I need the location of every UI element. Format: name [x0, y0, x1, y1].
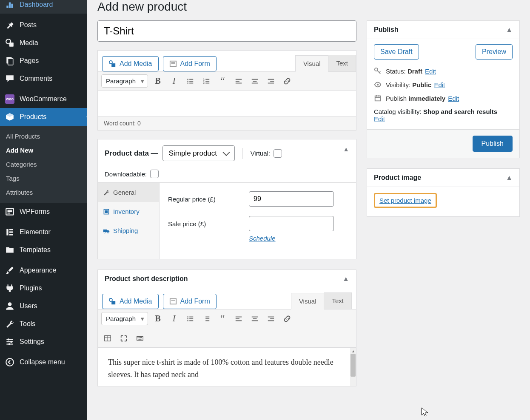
- align-right-button-2[interactable]: [265, 312, 277, 325]
- svg-point-81: [377, 84, 379, 86]
- svg-rect-47: [103, 229, 107, 232]
- italic-button-2[interactable]: I: [168, 312, 180, 325]
- svg-rect-39: [252, 79, 258, 79]
- svg-rect-35: [205, 82, 209, 83]
- sidebar-item-comments[interactable]: Comments: [0, 70, 87, 88]
- sidebar-item-appearance[interactable]: Appearance: [0, 261, 87, 279]
- set-product-image-link[interactable]: Set product image: [379, 197, 431, 204]
- sidebar-label: Templates: [20, 246, 51, 254]
- regular-price-label: Regular price (£): [168, 196, 249, 203]
- quote-button[interactable]: “: [216, 75, 229, 88]
- toggle-icon[interactable]: ▲: [506, 174, 513, 182]
- pd-tab-inventory[interactable]: Inventory: [98, 202, 159, 221]
- virtual-checkbox[interactable]: [274, 149, 282, 158]
- submenu-tags[interactable]: Tags: [0, 171, 87, 185]
- italic-button[interactable]: I: [168, 75, 180, 88]
- bold-button-2[interactable]: B: [151, 312, 164, 325]
- table-button[interactable]: [101, 332, 114, 345]
- bullet-list-button-2[interactable]: [184, 312, 197, 325]
- editor-tab-text-2[interactable]: Text: [324, 292, 352, 309]
- svg-rect-36: [236, 79, 242, 79]
- sidebar-item-templates[interactable]: Templates: [0, 241, 87, 259]
- edit-publish-link[interactable]: Edit: [448, 95, 459, 102]
- sidebar-item-wpforms[interactable]: WPForms: [0, 203, 87, 221]
- align-left-button[interactable]: [232, 75, 245, 88]
- sidebar-item-plugins[interactable]: Plugins: [0, 279, 87, 297]
- link-button-2[interactable]: [281, 312, 293, 325]
- toggle-icon[interactable]: ▲: [343, 145, 349, 153]
- sidebar-item-posts[interactable]: Posts: [0, 16, 87, 34]
- sidebar-item-tools[interactable]: Tools: [0, 315, 87, 333]
- numbered-list-button-2[interactable]: [200, 312, 213, 325]
- sidebar-item-woocommerce[interactable]: woo WooCommerce: [0, 90, 87, 108]
- woo-icon: woo: [5, 94, 14, 104]
- svg-rect-63: [236, 318, 239, 319]
- product-type-select[interactable]: Simple product: [162, 145, 235, 161]
- add-form-button-2[interactable]: Add Form: [163, 294, 217, 309]
- editor-tab-visual-2[interactable]: Visual: [291, 293, 325, 309]
- sidebar-item-users[interactable]: Users: [0, 297, 87, 315]
- toggle-icon[interactable]: ▲: [506, 26, 513, 34]
- virtual-checkbox-label[interactable]: Virtual:: [251, 149, 282, 158]
- add-media-button-2[interactable]: Add Media: [102, 294, 159, 309]
- quote-button-2[interactable]: “: [216, 312, 229, 325]
- keyboard-button[interactable]: [134, 332, 146, 345]
- bullet-list-button[interactable]: [184, 75, 197, 88]
- scrollbar[interactable]: [350, 348, 356, 386]
- align-right-button[interactable]: [265, 75, 277, 88]
- align-center-button[interactable]: [248, 75, 261, 88]
- pd-tab-general[interactable]: General: [98, 183, 159, 202]
- sidebar-item-pages[interactable]: Pages: [0, 52, 87, 70]
- toggle-icon[interactable]: ▲: [342, 275, 349, 283]
- numbered-list-button[interactable]: 123: [200, 75, 213, 88]
- svg-point-55: [187, 318, 188, 319]
- edit-catalog-link[interactable]: Edit: [374, 115, 385, 122]
- editor-tab-text[interactable]: Text: [328, 55, 356, 71]
- editor-tab-visual[interactable]: Visual: [295, 55, 329, 72]
- link-button[interactable]: [281, 75, 293, 88]
- pages-icon: [5, 56, 14, 65]
- sale-price-input[interactable]: [249, 216, 334, 231]
- svg-rect-3: [8, 59, 13, 65]
- calendar-icon: [374, 94, 382, 102]
- submenu-all-products[interactable]: All Products: [0, 129, 87, 143]
- sidebar-item-products[interactable]: Products: [0, 108, 87, 126]
- format-select-2[interactable]: Paragraph: [101, 312, 148, 325]
- product-data-title: Product data —: [105, 149, 158, 158]
- regular-price-input[interactable]: [249, 191, 334, 207]
- publish-title: Publish: [374, 26, 399, 34]
- save-draft-button[interactable]: Save Draft: [374, 44, 419, 60]
- pd-tab-shipping[interactable]: Shipping: [98, 221, 159, 240]
- add-form-button[interactable]: Add Form: [163, 56, 217, 71]
- downloadable-checkbox-label[interactable]: Downloadable:: [105, 170, 159, 178]
- svg-rect-62: [236, 316, 242, 317]
- sidebar-item-settings[interactable]: Settings: [0, 333, 87, 351]
- publish-box: Publish ▲ Save Draft Preview Status: Dra…: [367, 20, 520, 158]
- wrench-icon: [5, 319, 14, 329]
- schedule-link[interactable]: Schedule: [249, 235, 276, 242]
- format-select[interactable]: Paragraph: [101, 74, 148, 88]
- add-media-button[interactable]: Add Media: [102, 56, 159, 71]
- sidebar-item-media[interactable]: Media: [0, 34, 87, 52]
- submenu-attributes[interactable]: Attributes: [0, 185, 87, 199]
- comment-icon: [5, 74, 14, 83]
- editor-content-area[interactable]: [98, 91, 356, 116]
- sidebar-label: Media: [20, 39, 38, 47]
- bold-button[interactable]: B: [151, 75, 164, 88]
- sidebar-item-collapse[interactable]: Collapse menu: [0, 353, 87, 371]
- publish-button[interactable]: Publish: [473, 136, 513, 152]
- align-center-button-2[interactable]: [248, 312, 261, 325]
- product-title-input[interactable]: [97, 20, 356, 42]
- edit-visibility-link[interactable]: Edit: [434, 81, 445, 88]
- preview-button[interactable]: Preview: [476, 44, 513, 60]
- sidebar-item-dashboard[interactable]: Dashboard: [0, 0, 87, 14]
- sidebar-item-elementor[interactable]: Elementor: [0, 223, 87, 241]
- submenu-add-new[interactable]: Add New: [0, 143, 87, 157]
- downloadable-checkbox[interactable]: [150, 170, 159, 178]
- fullscreen-button[interactable]: [117, 332, 130, 345]
- brush-icon: [5, 266, 14, 275]
- short-desc-content[interactable]: This super nice t-shirt is made of 100% …: [98, 348, 356, 386]
- edit-status-link[interactable]: Edit: [425, 68, 436, 75]
- submenu-categories[interactable]: Categories: [0, 157, 87, 171]
- align-left-button-2[interactable]: [232, 312, 245, 325]
